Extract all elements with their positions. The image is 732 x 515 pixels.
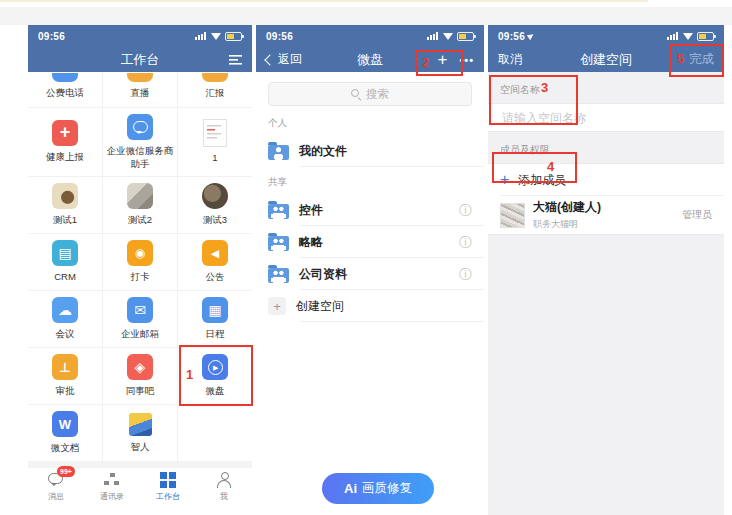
people-glyph-icon bbox=[268, 204, 289, 219]
mail-glyph-icon bbox=[134, 303, 146, 317]
plus-icon: + bbox=[500, 172, 509, 188]
status-time: 09:56 bbox=[266, 31, 293, 42]
W-tile-icon bbox=[52, 411, 78, 437]
shared-space-name: 略略 bbox=[299, 234, 323, 251]
member-row[interactable]: 大猫(创建人) 职务大猫明 管理员 bbox=[488, 196, 724, 234]
health-tile-icon bbox=[52, 120, 78, 146]
space-name-input[interactable] bbox=[500, 110, 712, 126]
app-tile-empty bbox=[178, 405, 252, 462]
app-tile[interactable]: 微文档 bbox=[28, 405, 103, 462]
tab-label: 通讯录 bbox=[100, 491, 124, 502]
app-label: 公费电话 bbox=[46, 87, 84, 99]
app-tile[interactable]: 审批 bbox=[28, 348, 103, 405]
people-glyph-icon bbox=[268, 236, 289, 251]
back-button[interactable]: 返回 bbox=[266, 51, 302, 68]
live-icon bbox=[127, 73, 153, 82]
list-item-shared-space[interactable]: 公司资料ⓘ bbox=[256, 258, 484, 290]
thumb-logo-icon bbox=[129, 413, 152, 436]
add-member-button[interactable]: + 添加成员 bbox=[488, 164, 724, 196]
step-4-number: 4 bbox=[547, 159, 554, 174]
section-shared: 共享 bbox=[256, 167, 484, 194]
shared-list: 控件ⓘ略略ⓘ公司资料ⓘ bbox=[256, 194, 484, 290]
status-time: 09:56 bbox=[38, 31, 65, 42]
add-member-label: 添加成员 bbox=[518, 172, 566, 189]
app-tile[interactable]: 打卡 bbox=[103, 234, 178, 291]
wifi-icon bbox=[683, 33, 693, 40]
app-label: 直播 bbox=[131, 87, 150, 99]
app-tile[interactable]: 企业微信服务商助手 bbox=[103, 108, 178, 177]
tab-grid[interactable]: 工作台 bbox=[140, 468, 196, 505]
thumb-gray-icon bbox=[127, 183, 153, 209]
add-space-button[interactable]: + bbox=[438, 51, 448, 68]
app-tile[interactable]: 智人 bbox=[103, 405, 178, 462]
app-label: 测试3 bbox=[203, 214, 227, 226]
tab-org[interactable]: 通讯录 bbox=[84, 468, 140, 505]
create-space-row[interactable]: + 创建空间 bbox=[256, 290, 484, 322]
tab-person[interactable]: 我 bbox=[196, 468, 252, 505]
space-name-field-row bbox=[488, 103, 724, 132]
health-glyph-icon bbox=[60, 125, 71, 141]
person-icon bbox=[215, 472, 233, 488]
list-item-shared-space[interactable]: 控件ⓘ bbox=[256, 194, 484, 226]
app-tile[interactable]: 直播 bbox=[103, 72, 178, 108]
org-icon bbox=[103, 472, 121, 488]
member-subtitle: 职务大猫明 bbox=[533, 218, 601, 231]
app-label: 汇报 bbox=[206, 87, 225, 99]
play-tile-icon bbox=[202, 354, 228, 380]
info-icon[interactable]: ⓘ bbox=[459, 268, 472, 281]
mail-tile-icon bbox=[127, 297, 153, 323]
app-tile[interactable]: 健康上报 bbox=[28, 108, 103, 177]
app-tile[interactable]: 测试1 bbox=[28, 177, 103, 234]
app-tile[interactable]: 公告 bbox=[178, 234, 252, 291]
app-tile[interactable]: 测试2 bbox=[103, 177, 178, 234]
ai-enhance-label: 画质修复 bbox=[362, 480, 412, 497]
app-label: 企业微信服务商助手 bbox=[105, 145, 175, 170]
chat-tile-icon bbox=[127, 114, 153, 140]
top-gray-band bbox=[0, 7, 732, 25]
list-item-shared-space[interactable]: 略略ⓘ bbox=[256, 226, 484, 258]
app-tile[interactable]: 公费电话 bbox=[28, 72, 103, 108]
thumb-tan-icon bbox=[52, 183, 78, 209]
done-button[interactable]: 完成 bbox=[689, 51, 714, 68]
tab-label: 消息 bbox=[48, 491, 64, 502]
wifi-icon bbox=[443, 33, 453, 40]
tab-bar: 99+消息通讯录工作台我 bbox=[28, 468, 252, 505]
shared-folder-icon bbox=[268, 204, 289, 219]
app-tile[interactable]: 会议 bbox=[28, 291, 103, 348]
space-name-label: 空间名称 bbox=[488, 72, 724, 103]
step-3-number: 3 bbox=[541, 80, 548, 95]
members-permissions-label: 成员及权限 bbox=[488, 132, 724, 163]
app-tile[interactable]: 1 bbox=[178, 108, 252, 177]
cancel-button[interactable]: 取消 bbox=[498, 51, 522, 68]
app-label: 微盘 bbox=[206, 385, 225, 397]
ai-enhance-button[interactable]: Ai 画质修复 bbox=[322, 473, 434, 504]
workbench-settings-icon[interactable] bbox=[229, 54, 242, 65]
cal-glyph-icon bbox=[208, 303, 221, 317]
personal-folder-icon bbox=[268, 145, 289, 160]
play-glyph-icon bbox=[208, 360, 223, 375]
more-menu-button[interactable]: ••• bbox=[459, 54, 474, 66]
app-tile[interactable]: CRM bbox=[28, 234, 103, 291]
list-item-my-files[interactable]: 我的文件 bbox=[256, 135, 484, 167]
app-label: 日程 bbox=[206, 328, 225, 340]
top-accent-line bbox=[0, 0, 648, 2]
battery-icon bbox=[697, 32, 714, 41]
status-icons bbox=[427, 32, 474, 41]
screen-create-space: 09:56 取消 创建空间 完成 空间名称 成员及权限 + 添加成员 bbox=[488, 25, 724, 515]
app-tile[interactable]: 同事吧 bbox=[103, 348, 178, 405]
app-grid-row: 测试1测试2测试3 bbox=[28, 177, 252, 234]
info-icon[interactable]: ⓘ bbox=[459, 236, 472, 249]
app-tile[interactable]: 日程 bbox=[178, 291, 252, 348]
tab-chat-tab[interactable]: 99+消息 bbox=[28, 468, 84, 505]
member-name: 大猫(创建人) bbox=[533, 199, 601, 216]
info-icon[interactable]: ⓘ bbox=[459, 204, 472, 217]
app-tile[interactable]: 企业邮箱 bbox=[103, 291, 178, 348]
app-tile[interactable]: 测试3 bbox=[178, 177, 252, 234]
search-input[interactable]: 搜索 bbox=[268, 82, 472, 106]
doc-icon bbox=[203, 119, 227, 147]
app-tile[interactable]: 汇报 bbox=[178, 72, 252, 108]
search-placeholder: 搜索 bbox=[366, 87, 389, 102]
app-grid-row: 公费电话直播汇报 bbox=[28, 72, 252, 108]
app-label: 打卡 bbox=[131, 271, 150, 283]
app-label: 微文档 bbox=[51, 442, 80, 454]
